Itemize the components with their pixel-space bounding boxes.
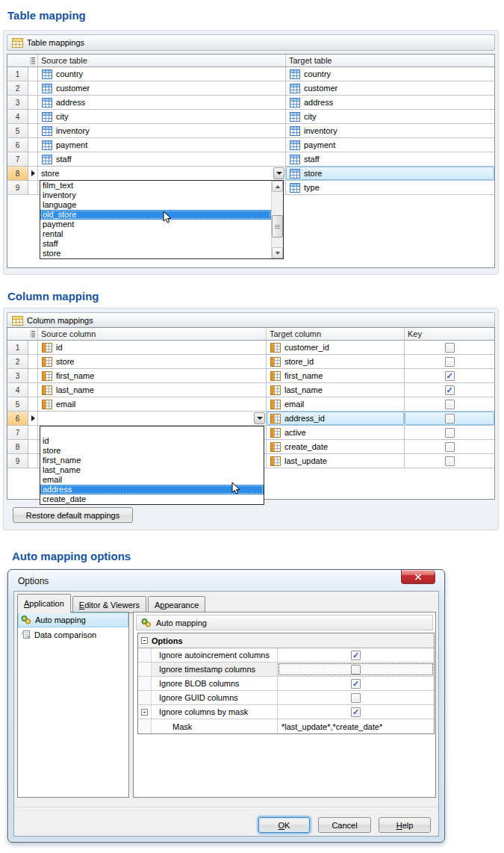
source-table-cell[interactable]: country [38,67,286,81]
key-checkbox[interactable] [445,456,455,466]
row-number[interactable]: 8 [7,167,28,180]
source-table-cell[interactable]: customer [38,81,286,95]
source-column-editor[interactable] [38,412,266,425]
dropdown-item[interactable]: last_name [40,465,264,475]
source-table-editor[interactable]: store [38,167,285,180]
cancel-button[interactable]: Cancel [318,817,371,833]
dropdown-item[interactable]: first_name [40,456,264,465]
source-column-cell[interactable]: first_name [38,369,267,382]
tab-appearance[interactable]: Appearance [148,596,205,612]
key-cell[interactable] [405,341,494,354]
row-number[interactable]: 5 [7,124,28,137]
dropdown-item[interactable]: payment [40,220,271,229]
row-number[interactable]: 6 [7,412,28,425]
target-table-cell[interactable]: inventory [286,124,494,137]
key-cell[interactable] [405,440,494,453]
source-table-cell[interactable]: inventory [38,124,286,137]
target-table-cell[interactable]: address [286,96,494,109]
scroll-thumb[interactable] [272,215,283,238]
ok-button[interactable]: OK [258,817,310,833]
close-button[interactable] [401,570,435,584]
setting-value[interactable]: *last_update*,*create_date* [278,719,434,733]
dropdown-scrollbar[interactable] [271,181,283,258]
setting-value[interactable] [278,677,434,690]
dropdown-item[interactable]: address [40,485,264,494]
row-number[interactable]: 5 [7,397,28,411]
target-table-cell[interactable]: customer [286,81,494,95]
target-table-cell[interactable]: country [286,67,494,81]
dropdown-item[interactable]: inventory [40,190,271,200]
collapse-icon[interactable] [141,709,148,716]
key-cell[interactable] [405,383,494,397]
tab-editor-viewers[interactable]: Editor & Viewers [72,596,146,612]
scroll-up-button[interactable] [272,181,283,192]
row-number[interactable]: 9 [7,181,28,194]
setting-checkbox[interactable] [351,679,361,689]
target-column-cell[interactable]: active [267,426,405,439]
row-number[interactable]: 7 [7,152,28,166]
sidebar-item-data-comparison[interactable]: Data comparison [18,627,128,642]
dropdown-item[interactable] [40,426,264,436]
row-number[interactable]: 2 [7,355,28,368]
key-cell[interactable] [405,369,494,382]
target-table-cell[interactable]: type [286,181,494,194]
setting-checkbox[interactable] [351,665,361,674]
key-checkbox[interactable] [445,428,455,438]
help-button[interactable]: Help [379,817,431,833]
target-table-cell[interactable]: city [286,110,494,123]
key-column-header[interactable]: Key [405,328,494,340]
dropdown-item[interactable]: staff [40,239,271,249]
target-column-header[interactable]: Target column [267,328,405,340]
target-column-cell[interactable]: last_update [267,454,405,468]
target-table-cell[interactable]: payment [286,138,494,152]
options-group-row[interactable]: Options [138,633,434,648]
key-cell[interactable] [405,412,494,425]
row-selector-header[interactable] [7,328,38,340]
target-table-column-header[interactable]: Target table [286,55,494,66]
dropdown-item[interactable]: store [40,249,271,258]
key-cell[interactable] [405,426,494,439]
row-number[interactable]: 6 [7,138,28,152]
target-column-cell[interactable]: last_name [267,383,405,397]
row-number[interactable]: 7 [7,426,28,439]
dropdown-item[interactable]: create_date [40,494,264,504]
target-column-cell[interactable]: email [267,397,405,411]
key-checkbox[interactable] [445,357,455,367]
key-checkbox[interactable] [445,343,455,353]
target-column-cell[interactable]: create_date [267,440,405,453]
source-table-cell[interactable]: staff [38,152,286,166]
target-column-cell[interactable]: customer_id [267,341,405,354]
source-column-cell[interactable] [38,412,267,425]
dropdown-button[interactable] [254,412,265,424]
key-cell[interactable] [405,355,494,368]
dropdown-button[interactable] [273,167,284,179]
setting-checkbox[interactable] [351,693,361,703]
source-table-column-header[interactable]: Source table [38,55,286,66]
target-column-cell[interactable]: first_name [267,369,405,382]
target-column-cell[interactable]: address_id [267,412,405,425]
row-number[interactable]: 4 [7,110,28,123]
dropdown-item[interactable]: film_text [40,181,271,190]
source-table-cell[interactable]: store [38,167,286,180]
key-cell[interactable] [405,397,494,411]
setting-value[interactable] [278,663,434,676]
key-checkbox[interactable] [445,414,455,424]
key-cell[interactable] [405,454,494,468]
restore-default-mappings-button[interactable]: Restore default mappings [13,507,133,523]
setting-checkbox[interactable] [351,707,361,717]
dropdown-item[interactable]: store [40,446,264,456]
key-checkbox[interactable] [445,442,455,452]
row-number[interactable]: 3 [7,96,28,109]
setting-value[interactable] [278,648,434,662]
key-checkbox[interactable] [445,371,455,381]
source-table-cell[interactable]: city [38,110,286,123]
setting-value[interactable] [278,691,434,704]
row-number[interactable]: 2 [7,81,28,95]
source-column-cell[interactable]: email [38,397,267,411]
source-column-header[interactable]: Source column [38,328,267,340]
dropdown-item[interactable]: email [40,475,264,485]
row-number[interactable]: 8 [7,440,28,453]
scroll-down-button[interactable] [272,247,283,258]
source-column-cell[interactable]: last_name [38,383,267,397]
dropdown-item[interactable]: id [40,436,264,446]
